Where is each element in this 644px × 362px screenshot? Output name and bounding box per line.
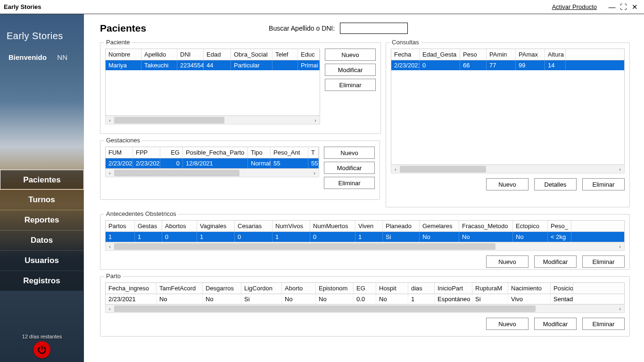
th-tamfetacord[interactable]: TamFetAcord [157, 283, 203, 294]
th-fpp[interactable]: FPP [133, 147, 160, 158]
antecedentes-nuevo-button[interactable]: Nuevo [486, 255, 528, 268]
th-epistonom[interactable]: Epistonom [316, 283, 354, 294]
paciente-modificar-button[interactable]: Modificar [325, 64, 376, 76]
consultas-detalles-button[interactable]: Detalles [534, 178, 577, 190]
minimize-button[interactable]: — [606, 3, 618, 11]
th-partos[interactable]: Partos [106, 221, 135, 231]
antecedentes-modificar-button[interactable]: Modificar [534, 255, 577, 268]
table-row[interactable]: 2/23/2021 No No Si No No 0.0 No 1 Espont… [106, 294, 624, 304]
sidebar-item-datos[interactable]: Datos [0, 230, 84, 250]
parto-eliminar-button[interactable]: Eliminar [582, 318, 625, 330]
th-posible-fecha-parto[interactable]: Posible_Fecha_Parto [183, 147, 248, 158]
th-hospit[interactable]: Hospit [376, 283, 408, 294]
antecedentes-eliminar-button[interactable]: Eliminar [582, 255, 625, 268]
th-peso-ant[interactable]: Peso_Ant [271, 147, 308, 158]
scroll-thumb[interactable] [400, 166, 486, 173]
scroll-right-icon[interactable]: › [616, 306, 624, 312]
paciente-eliminar-button[interactable]: Eliminar [325, 79, 376, 91]
th-desgarros[interactable]: Desgarros [203, 283, 241, 294]
th-peso[interactable]: Peso [460, 49, 487, 60]
scroll-left-icon[interactable]: ‹ [106, 117, 114, 123]
th-obra-social[interactable]: Obra_Social [231, 49, 272, 60]
th-fecha[interactable]: Fecha [391, 49, 420, 60]
consultas-nuevo-button[interactable]: Nuevo [486, 178, 528, 190]
scroll-right-icon[interactable]: › [310, 170, 319, 176]
close-button[interactable]: ✕ [629, 3, 640, 11]
th-vaginales[interactable]: Vaginales [197, 221, 235, 231]
scroll-thumb[interactable] [114, 243, 495, 250]
consultas-table[interactable]: Fecha Edad_Gesta Peso PAmin PAmax Altura… [391, 49, 625, 165]
table-row[interactable]: Mariya Takeuchi 22345543 44 Particular P… [106, 60, 320, 70]
sidebar-item-usuarios[interactable]: Usuarios [0, 251, 84, 271]
table-row[interactable]: 2/23/2021 0 66 77 99 14 [391, 60, 624, 70]
scroll-thumb[interactable] [114, 170, 239, 176]
consultas-scrollbar[interactable]: ‹ › [391, 165, 625, 173]
th-ectopico[interactable]: Ectopico [513, 221, 548, 231]
th-viven[interactable]: Viven [355, 221, 383, 231]
th-aborto[interactable]: Aborto [282, 283, 316, 294]
th-fecha-ingreso[interactable]: Fecha_ingreso [106, 283, 157, 294]
sidebar-item-registros[interactable]: Registros [0, 271, 84, 291]
activate-product-link[interactable]: Activar Producto [552, 3, 597, 10]
th-pamin[interactable]: PAmin [487, 49, 516, 60]
paciente-table[interactable]: Nombre Apellido DNI Edad Obra_Social Tel… [105, 49, 320, 116]
parto-table[interactable]: Fecha_ingreso TamFetAcord Desgarros LigC… [105, 282, 625, 304]
paciente-nuevo-button[interactable]: Nuevo [325, 49, 376, 61]
th-peso[interactable]: Peso_ [548, 221, 571, 231]
table-row[interactable]: 1 1 0 1 0 1 0 1 Si No No No < 2k [106, 232, 624, 242]
th-fum[interactable]: FUM [106, 147, 133, 158]
th-gestas[interactable]: Gestas [135, 221, 162, 231]
power-button[interactable] [33, 341, 50, 358]
scroll-thumb[interactable] [114, 305, 536, 312]
scroll-left-icon[interactable]: ‹ [106, 170, 114, 176]
th-fracaso-metodo[interactable]: Fracaso_Metodo [459, 221, 513, 231]
sidebar-item-pacientes[interactable]: Pacientes [0, 170, 84, 189]
sidebar-item-turnos[interactable]: Turnos [0, 190, 84, 210]
th-posicio[interactable]: Posicio [551, 283, 573, 294]
th-eg[interactable]: EG [160, 147, 183, 158]
parto-nuevo-button[interactable]: Nuevo [486, 318, 528, 330]
th-pamax[interactable]: PAmax [516, 49, 545, 60]
sidebar-item-reportes[interactable]: Reportes [0, 210, 84, 230]
table-row[interactable]: 2/23/2021 2/23/2021 0 12/8/2021 Normal 5… [106, 158, 319, 168]
search-input[interactable] [340, 23, 408, 34]
th-edad[interactable]: Edad [204, 49, 231, 60]
gestaciones-scrollbar[interactable]: ‹ › [105, 169, 319, 177]
parto-scrollbar[interactable]: ‹ › [105, 304, 625, 313]
scroll-right-icon[interactable]: › [311, 117, 320, 123]
antecedentes-scrollbar[interactable]: ‹ › [105, 242, 625, 251]
antecedentes-table[interactable]: Partos Gestas Abortos Vaginales Cesarias… [105, 220, 625, 242]
scroll-right-icon[interactable]: › [616, 166, 624, 172]
scroll-left-icon[interactable]: ‹ [391, 166, 400, 172]
th-rupturam[interactable]: RupturaM [472, 283, 508, 294]
th-iniciopart[interactable]: InicioPart [435, 283, 472, 294]
th-t[interactable]: T [308, 147, 319, 158]
maximize-button[interactable]: ⛶ [618, 3, 629, 11]
th-cesarias[interactable]: Cesarias [235, 221, 272, 231]
th-numvivos[interactable]: NumVivos [272, 221, 310, 231]
scroll-left-icon[interactable]: ‹ [106, 306, 114, 312]
th-altura[interactable]: Altura [545, 49, 566, 60]
th-dni[interactable]: DNI [177, 49, 204, 60]
consultas-eliminar-button[interactable]: Eliminar [582, 178, 625, 190]
th-ligcordon[interactable]: LigCordon [241, 283, 282, 294]
paciente-scrollbar[interactable]: ‹ › [105, 116, 320, 124]
th-tipo[interactable]: Tipo [248, 147, 271, 158]
th-planeado[interactable]: Planeado [383, 221, 420, 231]
th-dias[interactable]: dias [408, 283, 435, 294]
gestaciones-eliminar-button[interactable]: Eliminar [324, 177, 375, 189]
gestaciones-nuevo-button[interactable]: Nuevo [324, 147, 375, 159]
gestaciones-table[interactable]: FUM FPP EG Posible_Fecha_Parto Tipo Peso… [105, 147, 319, 169]
parto-modificar-button[interactable]: Modificar [534, 318, 577, 330]
scroll-right-icon[interactable]: › [616, 244, 624, 249]
th-nummuertos[interactable]: NumMuertos [310, 221, 355, 231]
th-eg[interactable]: EG [354, 283, 376, 294]
th-telef[interactable]: Telef [272, 49, 298, 60]
th-educ[interactable]: Educ [298, 49, 320, 60]
scroll-left-icon[interactable]: ‹ [106, 244, 114, 249]
th-gemelares[interactable]: Gemelares [420, 221, 459, 231]
th-apellido[interactable]: Apellido [141, 49, 177, 60]
th-nombre[interactable]: Nombre [106, 49, 141, 60]
th-nacimiento[interactable]: Nacimiento [508, 283, 551, 294]
th-abortos[interactable]: Abortos [162, 221, 197, 231]
